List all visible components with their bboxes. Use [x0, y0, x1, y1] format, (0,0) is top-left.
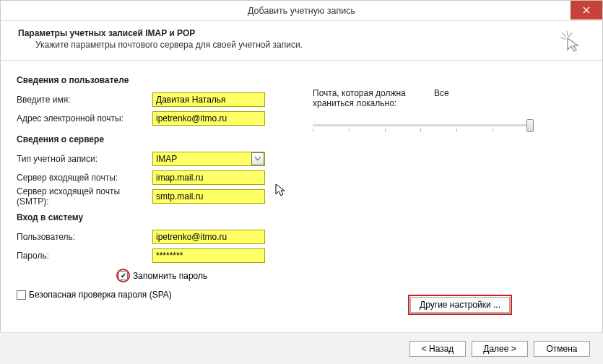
label-outgoing: Сервер исходящей почты (SMTP): [17, 186, 152, 207]
slider-label-left: Почта, которая должна храниться локально… [313, 88, 421, 108]
chevron-down-icon [255, 157, 261, 161]
label-account-type: Тип учетной записи: [17, 154, 152, 164]
window-title: Добавить учетную запись [248, 6, 355, 16]
label-name: Введите имя: [17, 95, 152, 105]
row-outgoing: Сервер исходящей почты (SMTP): [17, 188, 284, 205]
label-remember: Запомнить пароль [133, 271, 207, 281]
label-user: Пользователь: [17, 232, 152, 242]
row-email: Адрес электронной почты: [17, 110, 284, 127]
label-password: Пароль: [17, 251, 152, 261]
section-login: Вход в систему [17, 212, 284, 222]
section-server-info: Сведения о сервере [17, 134, 284, 144]
form-column: Сведения о пользователе Введите имя: Адр… [17, 72, 284, 304]
header-panel: Параметры учетных записей IMAP и POP Ука… [1, 21, 602, 61]
input-password[interactable] [152, 248, 265, 263]
row-account-type: Тип учетной записи: IMAP [17, 150, 284, 168]
slider-label-right: Все [434, 88, 449, 108]
right-column: Почта, которая должна храниться локально… [313, 72, 586, 304]
row-name: Введите имя: [17, 91, 284, 108]
row-incoming: Сервер входящей почты: [17, 169, 284, 186]
more-settings-emphasis: Другие настройки ... [408, 295, 512, 315]
more-settings-button[interactable]: Другие настройки ... [410, 297, 510, 313]
slider-area [313, 124, 529, 126]
header-title: Параметры учетных записей IMAP и POP [18, 28, 585, 38]
check-icon: ✔ [121, 272, 126, 280]
slider-labels: Почта, которая должна храниться локально… [313, 88, 586, 108]
dropdown-button[interactable] [251, 152, 264, 165]
next-button[interactable]: Далее > [472, 341, 528, 357]
label-spa: Безопасная проверка пароля (SPA) [29, 290, 172, 300]
row-spa: Безопасная проверка пароля (SPA) [17, 290, 284, 300]
input-name[interactable] [152, 92, 265, 107]
header-subtitle: Укажите параметры почтового сервера для … [18, 40, 585, 50]
row-user: Пользователь: [17, 228, 284, 246]
close-icon [583, 6, 590, 14]
input-user[interactable] [152, 230, 265, 244]
back-button[interactable]: < Назад [409, 341, 466, 357]
input-email[interactable] [152, 111, 265, 126]
slider-thumb[interactable] [526, 119, 534, 132]
label-email: Адрес электронной почты: [17, 113, 152, 124]
title-bar: Добавить учетную запись [1, 1, 602, 21]
select-account-type-value: IMAP [156, 154, 177, 164]
checkbox-remember[interactable]: ✔ [118, 271, 128, 280]
click-icon [558, 28, 584, 54]
more-settings-wrap: Другие настройки ... [408, 295, 512, 315]
row-remember: ✔ Запомнить пароль [17, 269, 284, 282]
footer-bar: < Назад Далее > Отмена [0, 332, 603, 364]
label-incoming: Сервер входящей почты: [17, 173, 152, 183]
cancel-button[interactable]: Отмена [534, 341, 590, 357]
close-button[interactable] [571, 1, 602, 20]
more-settings-label: Другие настройки ... [420, 300, 500, 310]
row-password: Пароль: [17, 247, 284, 264]
input-outgoing[interactable] [152, 189, 265, 204]
select-account-type[interactable]: IMAP [152, 152, 265, 166]
cursor-icon [275, 183, 287, 200]
input-incoming[interactable] [152, 170, 265, 185]
checkbox-spa[interactable] [17, 290, 26, 300]
emphasis-circle: ✔ [116, 269, 130, 282]
content-area: Сведения о пользователе Введите имя: Адр… [1, 61, 602, 310]
slider-track[interactable] [313, 124, 529, 126]
slider-ticks [313, 129, 529, 133]
section-user-info: Сведения о пользователе [17, 75, 284, 85]
